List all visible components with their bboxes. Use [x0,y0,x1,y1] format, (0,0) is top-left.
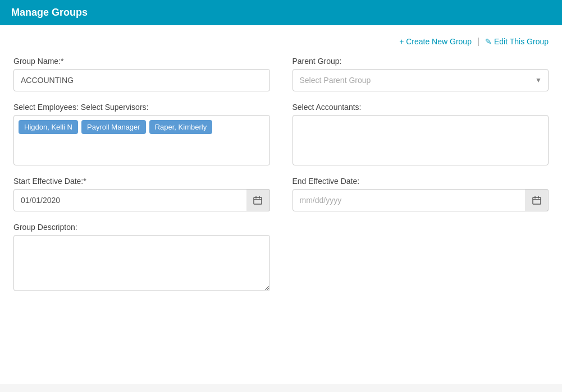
end-date-field: End Effective Date: [293,177,549,211]
end-date-wrapper [293,189,549,211]
calendar-icon [532,196,541,205]
end-date-label: End Effective Date: [293,177,549,186]
start-date-input[interactable] [13,189,270,211]
parent-group-label: Parent Group: [293,57,549,66]
calendar-icon [253,196,262,205]
description-textarea[interactable] [13,235,270,291]
accountants-box[interactable] [293,115,549,165]
start-date-field: Start Effective Date:* [13,177,270,211]
parent-group-select-wrapper: Select Parent Group ▼ [293,69,549,91]
employees-tags-container[interactable]: Higdon, Kelli N Payroll Manager Raper, K… [13,115,270,165]
group-name-label: Group Name:* [13,57,270,66]
accountants-label: Select Accountants: [293,103,549,112]
group-name-field: Group Name:* [13,57,270,91]
edit-this-group-button[interactable]: ✎ Edit This Group [485,37,549,46]
employee-tag-higdon[interactable]: Higdon, Kelli N [19,120,78,134]
actions-separator: | [477,36,479,47]
group-name-input[interactable] [13,69,270,91]
description-field: Group Descripton: [13,223,270,291]
description-label: Group Descripton: [13,223,270,232]
employee-tag-raper[interactable]: Raper, Kimberly [149,120,212,134]
svg-rect-0 [254,197,262,204]
end-date-calendar-button[interactable] [525,189,549,211]
employees-field: Select Employees: Select Supervisors: Hi… [13,103,270,165]
end-date-input[interactable] [293,189,549,211]
parent-group-select[interactable]: Select Parent Group [293,69,549,91]
start-date-calendar-button[interactable] [246,189,270,211]
page-title: Manage Groups [11,7,88,18]
start-date-label: Start Effective Date:* [13,177,270,186]
create-new-group-button[interactable]: + Create New Group [399,37,472,46]
top-actions-bar: + Create New Group | ✎ Edit This Group [13,36,549,47]
start-date-wrapper [13,189,270,211]
page-header: Manage Groups [0,0,562,25]
svg-rect-4 [533,197,541,204]
employee-tag-payroll[interactable]: Payroll Manager [81,120,146,134]
accountants-field: Select Accountants: [293,103,549,165]
employees-label: Select Employees: Select Supervisors: [13,103,270,112]
parent-group-field: Parent Group: Select Parent Group ▼ [293,57,549,91]
form-grid: Group Name:* Parent Group: Select Parent… [13,57,549,291]
